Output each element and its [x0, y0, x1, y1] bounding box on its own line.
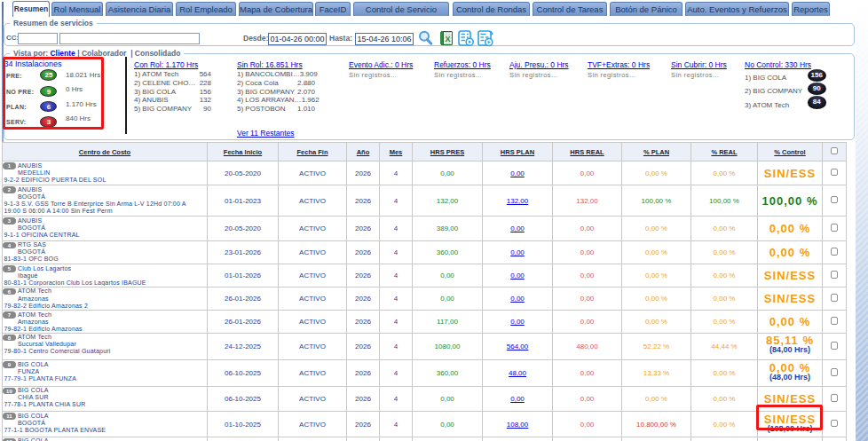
- svg-text:X: X: [445, 35, 450, 43]
